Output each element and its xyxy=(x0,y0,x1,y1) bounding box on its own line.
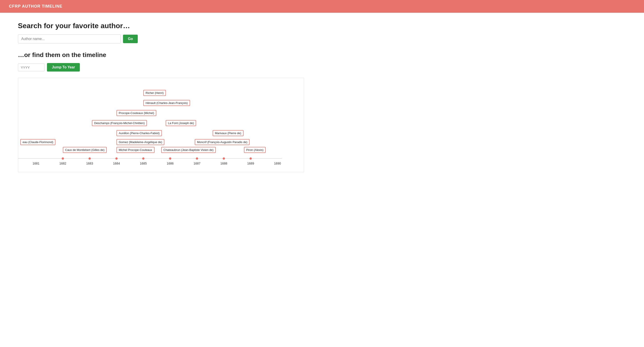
year-label: 1688 xyxy=(220,162,227,165)
app-header: CFRP AUTHOR TIMELINE xyxy=(0,0,644,13)
author-box[interactable]: eau (Claude-Florimond) xyxy=(20,139,56,145)
year-label: 1683 xyxy=(86,162,93,165)
year-label: 1684 xyxy=(113,162,120,165)
author-box[interactable]: Michel Procope-Couteaux xyxy=(116,147,154,153)
author-box[interactable]: La Font (Joseph de) xyxy=(166,120,196,126)
timeline-inner: 1681168216831684168516861687168816891690… xyxy=(18,78,282,172)
author-box[interactable]: Moncrif (François-Augustin Paradis de) xyxy=(195,139,250,145)
search-input[interactable] xyxy=(18,34,121,44)
timeline-wrapper[interactable]: 1681168216831684168516861687168816891690… xyxy=(18,78,304,172)
search-heading: Search for your favorite author… xyxy=(18,22,304,30)
axis-dot xyxy=(88,158,91,160)
axis-dot xyxy=(196,158,198,160)
author-box[interactable]: Caux de Montlebert (Gilles de) xyxy=(63,147,107,153)
author-box[interactable]: Richer (Henri) xyxy=(143,90,166,96)
author-box[interactable]: Deschamps (François-Michel-Chrétien) xyxy=(92,120,147,126)
go-button[interactable]: Go xyxy=(123,35,138,43)
jump-to-year-button[interactable]: Jump To Year xyxy=(47,63,80,72)
author-box[interactable]: Gomez (Madeleine-Angélique de) xyxy=(116,139,164,145)
axis-dot xyxy=(62,158,64,160)
year-input[interactable] xyxy=(18,64,45,71)
axis-dot xyxy=(223,158,225,160)
year-label: 1682 xyxy=(59,162,66,165)
app-title: CFRP AUTHOR TIMELINE xyxy=(9,4,635,9)
author-box[interactable]: Procope-Couteaux (Michel) xyxy=(116,110,156,116)
timeline-heading: …or find them on the timeline xyxy=(18,52,304,58)
year-label: 1685 xyxy=(140,162,147,165)
axis-dot xyxy=(169,158,171,160)
axis-line xyxy=(18,158,282,158)
main-content: Search for your favorite author… Go …or … xyxy=(0,13,322,181)
author-box[interactable]: Hénault (Charles-Jean-François) xyxy=(143,100,190,106)
author-box[interactable]: Marivaux (Pierre de) xyxy=(213,130,244,136)
axis-dot xyxy=(116,158,118,160)
year-label: 1687 xyxy=(194,162,200,165)
year-label: 1686 xyxy=(166,162,174,165)
author-box[interactable]: Aunillon (Pierre-Charles-Fabiot) xyxy=(116,130,162,136)
year-label: 1681 xyxy=(32,162,39,165)
year-label: 1689 xyxy=(247,162,254,165)
author-box[interactable]: Piron (Alexis) xyxy=(244,147,266,153)
author-box[interactable]: Chateaubrun (Jean-Baptiste Vivien de) xyxy=(161,147,216,153)
year-label: 1690 xyxy=(274,162,281,165)
search-row: Go xyxy=(18,34,304,44)
axis-dot xyxy=(250,158,252,160)
axis-dot xyxy=(142,158,144,160)
year-row: Jump To Year xyxy=(18,63,304,72)
